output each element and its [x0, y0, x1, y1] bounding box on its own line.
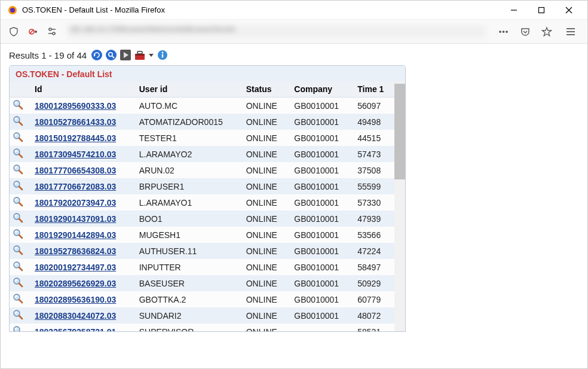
- cell-user: L.ARAMAYO2: [133, 146, 240, 162]
- svg-line-42: [19, 154, 22, 157]
- cell-time: 53566: [351, 227, 394, 243]
- svg-line-57: [19, 235, 22, 238]
- view-row-icon[interactable]: [12, 309, 24, 321]
- blocked-content-icon[interactable]: [26, 23, 41, 40]
- svg-rect-30: [162, 54, 163, 58]
- cell-status: ONLINE: [240, 130, 289, 146]
- id-link[interactable]: 180173094574210.03: [35, 150, 116, 159]
- svg-point-47: [15, 182, 17, 184]
- firefox-window: OS.TOKEN - Default List - Mozilla Firefo…: [0, 0, 588, 369]
- view-row-icon[interactable]: [12, 163, 24, 175]
- id-link[interactable]: 180177706654308.03: [35, 166, 116, 175]
- cell-time: 49498: [351, 114, 394, 130]
- id-link[interactable]: 180202895626929.03: [35, 279, 116, 288]
- view-row-icon[interactable]: [12, 147, 24, 159]
- cell-company: GB0010001: [288, 307, 351, 324]
- id-link[interactable]: 180150192788445.03: [35, 133, 116, 143]
- toolbox-icon[interactable]: [133, 48, 146, 62]
- svg-rect-3: [539, 7, 544, 13]
- cell-status: ONLINE: [240, 178, 289, 194]
- svg-line-51: [19, 203, 22, 206]
- cell-company: GB0010001: [288, 243, 351, 259]
- svg-line-36: [19, 122, 22, 125]
- refresh-icon[interactable]: [90, 48, 103, 62]
- cell-user: L.ARAMAYO1: [133, 194, 240, 211]
- cell-time: 48072: [351, 307, 394, 324]
- window-controls: [500, 1, 583, 20]
- table-scroll-area[interactable]: Id User id Status Company Time 1 1800128…: [10, 81, 394, 331]
- view-row-icon[interactable]: [12, 325, 24, 331]
- svg-point-19: [106, 50, 117, 60]
- svg-point-41: [15, 150, 17, 152]
- id-link[interactable]: 180179202073947.03: [35, 198, 116, 208]
- view-row-icon[interactable]: [12, 228, 24, 240]
- page-actions-icon[interactable]: •••: [494, 23, 513, 40]
- cell-user: MUGESH1: [133, 227, 240, 243]
- view-row-icon[interactable]: [12, 179, 24, 191]
- id-link[interactable]: 180177706672083.03: [35, 182, 116, 191]
- scrollbar-thumb[interactable]: [394, 84, 405, 179]
- view-row-icon[interactable]: [12, 131, 24, 143]
- cell-time: 55599: [351, 178, 394, 194]
- view-row-icon[interactable]: [12, 244, 24, 256]
- cell-time: 58497: [351, 259, 394, 275]
- cell-time: 47224: [351, 243, 394, 259]
- view-row-icon[interactable]: [12, 212, 24, 224]
- svg-line-69: [19, 300, 22, 303]
- permissions-icon[interactable]: [45, 23, 60, 40]
- view-row-icon[interactable]: [12, 196, 24, 208]
- pocket-icon[interactable]: [516, 23, 535, 40]
- col-time: Time 1: [351, 81, 394, 97]
- svg-point-68: [15, 295, 17, 297]
- hamburger-menu-icon[interactable]: [559, 23, 583, 40]
- view-row-icon[interactable]: [12, 276, 24, 288]
- info-icon[interactable]: [156, 48, 169, 62]
- id-link[interactable]: 180195278636824.03: [35, 246, 116, 256]
- cell-company: GB0010001: [288, 194, 351, 211]
- search-tool-icon[interactable]: [105, 48, 118, 62]
- id-link[interactable]: 180200192734497.03: [35, 263, 116, 272]
- cell-user: BASEUSER: [133, 275, 240, 291]
- svg-point-50: [15, 199, 17, 200]
- cell-status: ONLINE: [240, 211, 289, 227]
- svg-point-65: [15, 279, 17, 281]
- table-row: 180177706672083.03BRPUSER1ONLINEGB001000…: [10, 178, 394, 194]
- vertical-scrollbar[interactable]: [394, 81, 405, 331]
- cell-time: 60779: [351, 291, 394, 307]
- id-link[interactable]: 180325679258721.01: [35, 327, 116, 332]
- svg-point-1: [10, 8, 15, 13]
- next-page-icon[interactable]: [119, 48, 132, 62]
- minimize-button[interactable]: [500, 1, 528, 20]
- id-link[interactable]: 180202895636190.03: [35, 295, 116, 304]
- panel-title: OS.TOKEN - Default List: [10, 66, 405, 81]
- svg-line-54: [19, 219, 22, 222]
- token-table: Id User id Status Company Time 1 1800128…: [10, 81, 394, 331]
- id-link[interactable]: 180192901437091.03: [35, 214, 116, 224]
- id-link[interactable]: 180105278661433.03: [35, 117, 116, 127]
- shield-icon[interactable]: [5, 23, 22, 40]
- cell-user: SUPERVISOR: [133, 324, 240, 331]
- results-count: Results 1 - 19 of 44: [9, 50, 87, 60]
- svg-line-48: [19, 187, 22, 190]
- id-link[interactable]: 180208830424072.03: [35, 311, 116, 321]
- toolbox-dropdown-icon[interactable]: [148, 48, 155, 62]
- close-button[interactable]: [555, 1, 583, 20]
- table-row: 180192901437091.03BOO1ONLINEGB0010001479…: [10, 211, 394, 227]
- id-link[interactable]: 180192901442894.03: [35, 230, 116, 240]
- cell-company: GB0010001: [288, 178, 351, 194]
- maximize-button[interactable]: [528, 1, 555, 20]
- view-row-icon[interactable]: [12, 260, 24, 272]
- col-company: Company: [288, 81, 351, 97]
- cell-status: ONLINE: [240, 114, 289, 130]
- url-bar[interactable]: 192.168.10.178/BrowserWeb/servlet/Browse…: [69, 25, 486, 38]
- cell-user: ARUN.02: [133, 162, 240, 178]
- view-row-icon[interactable]: [12, 115, 24, 127]
- view-row-icon[interactable]: [12, 99, 24, 111]
- id-link[interactable]: 180012895690333.03: [35, 101, 116, 111]
- bookmark-star-icon[interactable]: [537, 23, 556, 40]
- cell-user: BRPUSER1: [133, 178, 240, 194]
- table-row: 180325679258721.01SUPERVISORONLINE58521: [10, 324, 394, 331]
- cell-company: GB0010001: [288, 162, 351, 178]
- view-row-icon[interactable]: [12, 292, 24, 304]
- cell-user: BOO1: [133, 211, 240, 227]
